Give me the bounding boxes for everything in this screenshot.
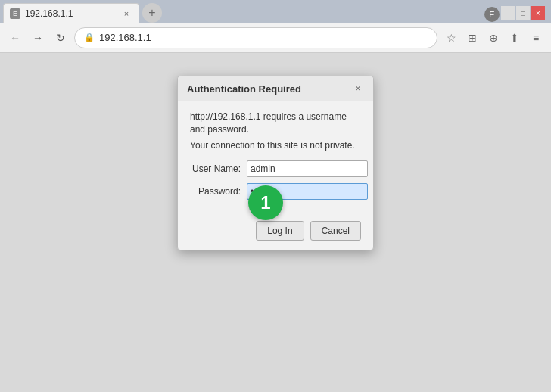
new-tab-button[interactable]: + [142, 3, 162, 23]
login-button[interactable]: Log In [256, 221, 304, 241]
star-icon[interactable]: ☆ [442, 29, 460, 47]
update-icon[interactable]: ⬆ [506, 29, 524, 47]
tab-title: 192.168.1.1 [25, 8, 116, 19]
step-number: 1 [260, 192, 270, 213]
dialog-close-button[interactable]: × [352, 82, 364, 95]
tab-close-button[interactable]: × [120, 8, 132, 20]
dialog-header: Authentication Required × [178, 76, 373, 101]
close-window-button[interactable]: × [531, 6, 545, 20]
auth-dialog: Authentication Required × http://192.168… [177, 76, 374, 250]
dialog-info-line2: Your connection to this site is not priv… [190, 139, 361, 152]
browser-window: E 192.168.1.1 × + E – □ × ← → [0, 0, 551, 392]
window-controls: E – □ × [484, 4, 548, 22]
chrome-user-avatar[interactable]: E [484, 7, 500, 22]
address-bar-row: ← → ↻ 🔒 192.168.1.1 ☆ ⊞ ⊕ ⬆ ≡ [0, 23, 551, 53]
modal-overlay: Authentication Required × http://192.168… [0, 53, 551, 392]
globe-icon[interactable]: ⊕ [484, 29, 503, 47]
cancel-button[interactable]: Cancel [310, 221, 361, 241]
password-label: Password: [190, 186, 247, 197]
address-bar[interactable]: 🔒 192.168.1.1 [74, 27, 437, 48]
username-row: User Name: [190, 160, 361, 177]
toolbar-icons: ☆ ⊞ ⊕ ⬆ ≡ [442, 29, 545, 47]
address-lock-icon: 🔒 [84, 33, 95, 42]
username-label: User Name: [190, 163, 247, 174]
username-input[interactable] [247, 160, 368, 177]
maximize-button[interactable]: □ [516, 6, 530, 20]
page-content: Authentication Required × http://192.168… [0, 53, 551, 392]
dialog-title: Authentication Required [187, 83, 301, 95]
step-badge: 1 [248, 185, 283, 220]
menu-icon[interactable]: ≡ [527, 29, 545, 47]
minimize-button[interactable]: – [501, 6, 515, 20]
refresh-button[interactable]: ↻ [51, 29, 70, 47]
forward-button[interactable]: → [29, 29, 47, 47]
dialog-info-line1: http://192.168.1.1 requires a username a… [190, 110, 361, 136]
extensions-icon[interactable]: ⊞ [463, 29, 481, 47]
dialog-footer: Log In Cancel [178, 215, 373, 250]
tab-favicon: E [10, 8, 20, 19]
active-tab[interactable]: E 192.168.1.1 × [3, 3, 139, 23]
address-text: 192.168.1.1 [99, 32, 151, 43]
back-button[interactable]: ← [6, 29, 24, 47]
tab-bar: E 192.168.1.1 × + E – □ × [0, 0, 551, 23]
